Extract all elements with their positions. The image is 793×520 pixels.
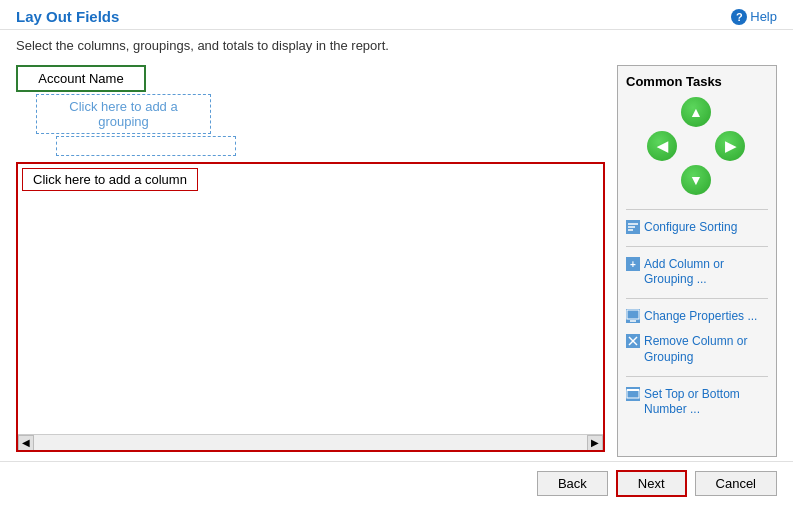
page-header: Lay Out Fields ? Help — [0, 0, 793, 30]
add-column-button[interactable]: Click here to add a column — [22, 168, 198, 191]
configure-sorting-label: Configure Sorting — [644, 220, 737, 236]
arrow-empty-br — [715, 165, 745, 195]
change-properties-icon — [626, 309, 640, 323]
arrow-left-button[interactable]: ◀ — [647, 131, 677, 161]
common-tasks-panel: Common Tasks ▲ ◀ ▶ ▼ Configure Sorting — [617, 65, 777, 457]
column-area: Click here to add a column ◀ ▶ — [16, 162, 605, 452]
remove-column-label: Remove Column orGrouping — [644, 334, 747, 365]
task-divider-4 — [626, 376, 768, 377]
arrow-up-button[interactable]: ▲ — [681, 97, 711, 127]
add-column-grouping-label: Add Column orGrouping ... — [644, 257, 724, 288]
cancel-button[interactable]: Cancel — [695, 471, 777, 496]
subtitle: Select the columns, groupings, and total… — [0, 30, 793, 61]
next-button[interactable]: Next — [616, 470, 687, 497]
help-icon: ? — [731, 9, 747, 25]
svg-text:+: + — [630, 259, 636, 270]
task-divider-2 — [626, 246, 768, 247]
change-properties-label: Change Properties ... — [644, 309, 757, 325]
account-name-box[interactable]: Account Name — [16, 65, 146, 92]
arrow-center-empty — [681, 131, 711, 161]
set-top-icon — [626, 387, 640, 401]
scroll-left-btn[interactable]: ◀ — [18, 435, 34, 451]
remove-column-task[interactable]: Remove Column orGrouping — [626, 332, 768, 367]
page-title: Lay Out Fields — [16, 8, 119, 25]
arrow-empty-bl — [647, 165, 677, 195]
configure-sorting-task[interactable]: Configure Sorting — [626, 218, 768, 238]
configure-sorting-icon — [626, 220, 640, 234]
help-label: Help — [750, 9, 777, 24]
task-divider-3 — [626, 298, 768, 299]
task-divider-1 — [626, 209, 768, 210]
arrow-navigation: ▲ ◀ ▶ ▼ — [647, 97, 747, 197]
horizontal-scrollbar[interactable]: ◀ ▶ — [18, 434, 603, 450]
arrow-right-button[interactable]: ▶ — [715, 131, 745, 161]
arrow-empty-tr — [715, 97, 745, 127]
footer: Back Next Cancel — [0, 461, 793, 505]
add-column-grouping-icon: + — [626, 257, 640, 271]
set-top-task[interactable]: Set Top or BottomNumber ... — [626, 385, 768, 420]
help-link[interactable]: ? Help — [731, 9, 777, 25]
add-column-grouping-task[interactable]: + Add Column orGrouping ... — [626, 255, 768, 290]
back-button[interactable]: Back — [537, 471, 608, 496]
arrow-empty-tl — [647, 97, 677, 127]
inner-dashed-box — [56, 136, 236, 156]
set-top-label: Set Top or BottomNumber ... — [644, 387, 740, 418]
common-tasks-title: Common Tasks — [626, 74, 722, 89]
left-panel: Account Name Click here to add a groupin… — [16, 65, 605, 457]
grouping-add-box[interactable]: Click here to add a grouping — [36, 94, 211, 134]
remove-column-icon — [626, 334, 640, 348]
change-properties-task[interactable]: Change Properties ... — [626, 307, 768, 327]
scroll-right-btn[interactable]: ▶ — [587, 435, 603, 451]
main-content: Account Name Click here to add a groupin… — [0, 61, 793, 461]
arrow-down-button[interactable]: ▼ — [681, 165, 711, 195]
